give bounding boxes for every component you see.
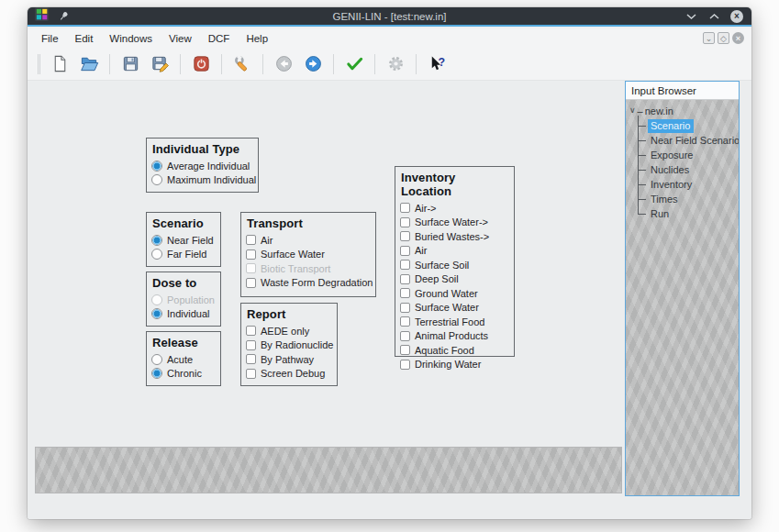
checkbox-inv-air[interactable]: Air	[400, 244, 509, 259]
whats-this-icon: ?	[428, 54, 447, 73]
toolbar-handle[interactable]	[38, 54, 40, 74]
tree-item-inventory[interactable]: Inventory	[636, 177, 737, 192]
toolbar-separator	[416, 54, 417, 74]
radio-icon	[151, 368, 162, 379]
checkbox-icon	[400, 231, 410, 241]
svg-text:?: ?	[438, 56, 445, 69]
input-browser-panel: Input Browser ∨– new.in Scenario Near Fi…	[625, 81, 740, 496]
checkbox-inv-surface-water[interactable]: Surface Water	[400, 301, 509, 316]
radio-near-field[interactable]: Near Field	[151, 233, 216, 248]
menu-view[interactable]: View	[161, 30, 200, 47]
whats-this-help-button[interactable]: ?	[424, 51, 450, 77]
checkbox-drinking-water[interactable]: Drinking Water	[400, 358, 509, 372]
group-individual-type: Individual Type Average Individual Maxim…	[146, 138, 259, 193]
back-button[interactable]	[271, 51, 296, 77]
save-as-icon	[150, 54, 170, 73]
mdi-restore-icon[interactable]: ◇	[718, 32, 729, 44]
mdi-minimize-icon[interactable]: ⌄	[703, 32, 715, 44]
tree-item-run[interactable]: Run	[636, 206, 737, 221]
checkbox-icon	[400, 345, 410, 355]
radio-icon	[151, 294, 162, 305]
tree-item-near-field-scenario[interactable]: Near Field Scenario	[636, 133, 737, 148]
caret-down-icon[interactable]: ∨	[629, 105, 636, 115]
close-icon[interactable]: ×	[729, 9, 744, 24]
checkbox-aquatic-food[interactable]: Aquatic Food	[400, 343, 509, 358]
tree-item-exposure[interactable]: Exposure	[636, 148, 737, 162]
group-title: Scenario	[152, 216, 216, 230]
radio-icon	[151, 354, 162, 365]
menu-windows[interactable]: Windows	[101, 30, 161, 47]
radio-icon	[151, 174, 162, 185]
radio-icon	[151, 161, 162, 172]
checkbox-screen-debug[interactable]: Screen Debug	[246, 367, 332, 382]
radio-average-individual[interactable]: Average Individual	[151, 159, 253, 173]
radio-icon	[151, 235, 162, 246]
checkbox-air[interactable]: Air	[246, 233, 371, 248]
gear-button[interactable]	[383, 51, 408, 77]
save-as-button[interactable]	[147, 51, 172, 77]
back-icon	[274, 54, 294, 73]
checkbox-icon	[400, 331, 410, 341]
tree-item-nuclides[interactable]: Nuclides	[636, 162, 737, 177]
input-browser-tree: ∨– new.in Scenario Near Field Scenario E…	[626, 100, 739, 495]
tree-item-scenario[interactable]: Scenario	[636, 118, 737, 133]
checkbox-icon	[246, 354, 256, 364]
checkbox-waste-form-degradation[interactable]: Waste Form Degradation	[246, 276, 371, 291]
checkbox-icon	[400, 260, 410, 270]
checkbox-icon	[246, 235, 256, 245]
forward-icon	[304, 54, 323, 73]
group-scenario: Scenario Near Field Far Field	[146, 212, 221, 267]
save-icon	[121, 54, 140, 73]
checkbox-biotic-transport[interactable]: Biotic Transport	[246, 261, 371, 276]
checkbox-icon	[400, 360, 410, 370]
radio-individual[interactable]: Individual	[151, 307, 216, 322]
menu-dcf[interactable]: DCF	[200, 30, 239, 47]
forward-button[interactable]	[300, 51, 326, 77]
tree-item-times[interactable]: Times	[636, 192, 737, 206]
checkbox-icon	[246, 326, 256, 336]
maximize-icon[interactable]	[707, 9, 721, 24]
checkbox-icon	[400, 217, 410, 227]
checkbox-by-pathway[interactable]: By Pathway	[246, 352, 332, 367]
checkbox-air-arrow[interactable]: Air->	[400, 201, 509, 216]
checkbox-buried-wastes-arrow[interactable]: Buried Wastes->	[400, 229, 509, 244]
open-file-button[interactable]	[76, 51, 102, 77]
checkbox-icon	[400, 203, 410, 213]
checkbox-icon	[400, 274, 410, 284]
checkbox-surface-water[interactable]: Surface Water	[246, 248, 371, 262]
checkbox-surface-soil[interactable]: Surface Soil	[400, 258, 509, 272]
radio-icon	[151, 308, 162, 319]
checkbox-aede-only[interactable]: AEDE only	[246, 324, 332, 338]
pin-icon[interactable]	[56, 9, 71, 24]
minimize-icon[interactable]	[684, 9, 698, 24]
checkbox-ground-water[interactable]: Ground Water	[400, 286, 509, 301]
checkbox-by-radionuclide[interactable]: By Radionuclide	[246, 338, 332, 353]
radio-chronic[interactable]: Chronic	[151, 367, 216, 382]
checkbox-icon	[400, 303, 410, 313]
power-button[interactable]	[188, 51, 214, 77]
checkbox-icon	[246, 263, 256, 273]
settings-wrench-button[interactable]	[229, 51, 255, 77]
menu-edit[interactable]: Edit	[67, 30, 102, 47]
checkbox-animal-products[interactable]: Animal Products	[400, 329, 509, 344]
radio-far-field[interactable]: Far Field	[151, 248, 216, 262]
radio-population[interactable]: Population	[151, 293, 216, 307]
radio-maximum-individual[interactable]: Maximum Individual	[151, 173, 253, 188]
tree-root-new-in[interactable]: ∨– new.in	[629, 104, 737, 118]
new-document-button[interactable]	[47, 51, 72, 77]
save-button[interactable]	[117, 51, 143, 77]
radio-acute[interactable]: Acute	[151, 352, 216, 367]
menu-help[interactable]: Help	[238, 30, 276, 47]
input-browser-header: Input Browser	[626, 82, 739, 100]
group-transport: Transport Air Surface Water Biotic Trans…	[240, 212, 376, 297]
checkbox-terrestrial-food[interactable]: Terrestrial Food	[400, 315, 509, 329]
mdi-close-icon[interactable]: ×	[732, 32, 744, 44]
new-document-icon	[50, 54, 70, 73]
bottom-panel	[35, 447, 622, 493]
menu-file[interactable]: File	[33, 30, 67, 47]
checkbox-deep-soil[interactable]: Deep Soil	[400, 272, 509, 287]
group-title: Inventory Location	[401, 171, 509, 198]
run-check-button[interactable]	[341, 51, 367, 77]
group-title: Dose to	[152, 276, 216, 290]
checkbox-surface-water-arrow[interactable]: Surface Water->	[400, 216, 509, 230]
